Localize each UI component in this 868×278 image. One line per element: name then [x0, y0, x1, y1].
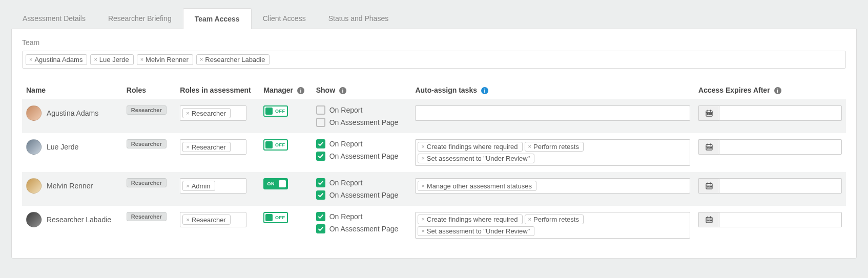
close-icon[interactable]: × [528, 144, 531, 149]
manager-toggle[interactable]: ON [263, 178, 288, 189]
toggle-label: OFF [275, 142, 285, 147]
table-row: Lue JerdeResearcher×ResearcherOFFOn Repo… [22, 133, 846, 172]
roles-in-assessment-input[interactable]: ×Researcher [180, 105, 246, 121]
show-on-report-checkbox[interactable] [316, 139, 325, 148]
tag[interactable]: ×Set assessment to "Under Review" [418, 154, 534, 163]
tabs: Assessment DetailsResearcher BriefingTea… [11, 8, 857, 29]
tag[interactable]: ×Create findings where required [418, 215, 522, 224]
team-chip[interactable]: ×Agustina Adams [26, 54, 87, 65]
roles-in-assessment-input[interactable]: ×Researcher [180, 212, 246, 227]
user-name: Agustina Adams [47, 109, 98, 117]
checkbox-label: On Assessment Page [329, 225, 399, 233]
tag-label: Admin [192, 182, 211, 190]
roles-in-assessment-input[interactable]: ×Admin [180, 178, 246, 194]
info-icon[interactable]: i [339, 87, 346, 94]
tag[interactable]: ×Researcher [182, 108, 231, 118]
close-icon[interactable]: × [528, 217, 531, 222]
auto-assign-input[interactable] [415, 105, 690, 121]
close-icon[interactable]: × [186, 144, 189, 150]
svg-rect-11 [707, 147, 708, 148]
show-on-report-checkbox[interactable] [316, 212, 325, 221]
avatar [26, 105, 42, 121]
manager-toggle[interactable]: OFF [263, 105, 288, 117]
team-chip[interactable]: ×Lue Jerde [90, 54, 133, 65]
toggle-knob [265, 214, 273, 221]
tag-label: Researcher [192, 216, 226, 224]
access-expires-input[interactable] [719, 139, 842, 155]
info-icon[interactable]: i [774, 87, 781, 94]
show-on-assessment-page-checkbox[interactable] [316, 152, 325, 161]
tab-assessment-details[interactable]: Assessment Details [11, 8, 97, 29]
close-icon[interactable]: × [186, 183, 189, 189]
close-icon[interactable]: × [186, 111, 189, 116]
auto-assign-input[interactable]: ×Manage other assessment statuses [415, 178, 690, 194]
svg-rect-4 [707, 114, 708, 115]
show-on-report-checkbox[interactable] [316, 105, 325, 115]
calendar-icon-button[interactable] [698, 178, 719, 194]
col-auto-assign: Auto-assign tasks i [411, 81, 694, 99]
avatar [26, 178, 42, 194]
show-on-report-checkbox[interactable] [316, 178, 325, 187]
team-chip-label: Researcher Labadie [205, 56, 265, 63]
auto-assign-input[interactable]: ×Create findings where required×Perform … [415, 139, 690, 166]
close-icon[interactable]: × [421, 228, 424, 234]
close-icon[interactable]: × [421, 217, 424, 222]
tag[interactable]: ×Admin [182, 181, 215, 191]
info-icon[interactable]: i [481, 87, 488, 94]
show-on-assessment-page-checkbox[interactable] [316, 118, 325, 127]
manager-toggle[interactable]: OFF [263, 139, 288, 151]
checkbox-label: On Assessment Page [329, 152, 399, 160]
team-chip-label: Agustina Adams [34, 56, 82, 63]
team-chip-label: Melvin Renner [146, 56, 189, 63]
tag[interactable]: ×Researcher [182, 142, 231, 152]
team-chip[interactable]: ×Melvin Renner [137, 54, 193, 65]
tab-researcher-briefing[interactable]: Researcher Briefing [97, 8, 183, 29]
tag-label: Researcher [192, 143, 226, 151]
tag[interactable]: ×Researcher [182, 215, 231, 225]
calendar-icon-button[interactable] [698, 139, 719, 155]
info-icon[interactable]: i [297, 87, 304, 94]
tag-label: Manage other assessment statuses [427, 182, 532, 190]
tab-status-and-phases[interactable]: Status and Phases [317, 8, 400, 29]
roles-in-assessment-input[interactable]: ×Researcher [180, 139, 246, 155]
close-icon[interactable]: × [94, 57, 97, 62]
close-icon[interactable]: × [200, 57, 203, 62]
calendar-icon-button[interactable] [698, 105, 719, 121]
table-row: Researcher LabadieResearcher×ResearcherO… [22, 206, 846, 245]
access-expires-input[interactable] [719, 178, 842, 194]
access-expires-input[interactable] [719, 105, 842, 121]
team-chip-input[interactable]: ×Agustina Adams×Lue Jerde×Melvin Renner×… [22, 51, 846, 69]
team-chip-label: Lue Jerde [99, 56, 129, 63]
team-chip[interactable]: ×Researcher Labadie [196, 54, 270, 65]
close-icon[interactable]: × [421, 183, 424, 189]
tab-team-access[interactable]: Team Access [183, 8, 252, 29]
close-icon[interactable]: × [140, 57, 143, 62]
team-table: Name Roles Roles in assessment Manager i… [22, 81, 846, 245]
svg-rect-5 [709, 114, 710, 115]
role-badge: Researcher [127, 105, 167, 115]
tab-client-access[interactable]: Client Access [252, 8, 317, 29]
close-icon[interactable]: × [421, 144, 424, 149]
tag[interactable]: ×Manage other assessment statuses [418, 181, 536, 191]
close-icon[interactable]: × [29, 57, 32, 62]
table-row: Agustina AdamsResearcher×ResearcherOFFOn… [22, 99, 846, 133]
tag[interactable]: ×Perform retests [525, 215, 584, 224]
svg-rect-6 [710, 114, 711, 115]
calendar-icon-button[interactable] [698, 212, 719, 227]
auto-assign-input[interactable]: ×Create findings where required×Perform … [415, 212, 690, 239]
svg-rect-19 [709, 186, 710, 187]
toggle-label: OFF [275, 109, 285, 114]
close-icon[interactable]: × [186, 217, 189, 223]
tag[interactable]: ×Create findings where required [418, 142, 522, 152]
show-on-assessment-page-checkbox[interactable] [316, 224, 325, 233]
table-row: Melvin RennerResearcher×AdminONOn Report… [22, 172, 846, 206]
show-on-assessment-page-checkbox[interactable] [316, 190, 325, 200]
close-icon[interactable]: × [421, 156, 424, 161]
toggle-knob [265, 141, 273, 148]
tag[interactable]: ×Perform retests [525, 142, 584, 152]
access-expires-input[interactable] [719, 212, 842, 227]
team-section-label: Team [22, 38, 846, 47]
manager-toggle[interactable]: OFF [263, 212, 288, 223]
checkbox-label: On Report [329, 212, 363, 221]
tag[interactable]: ×Set assessment to "Under Review" [418, 226, 534, 236]
